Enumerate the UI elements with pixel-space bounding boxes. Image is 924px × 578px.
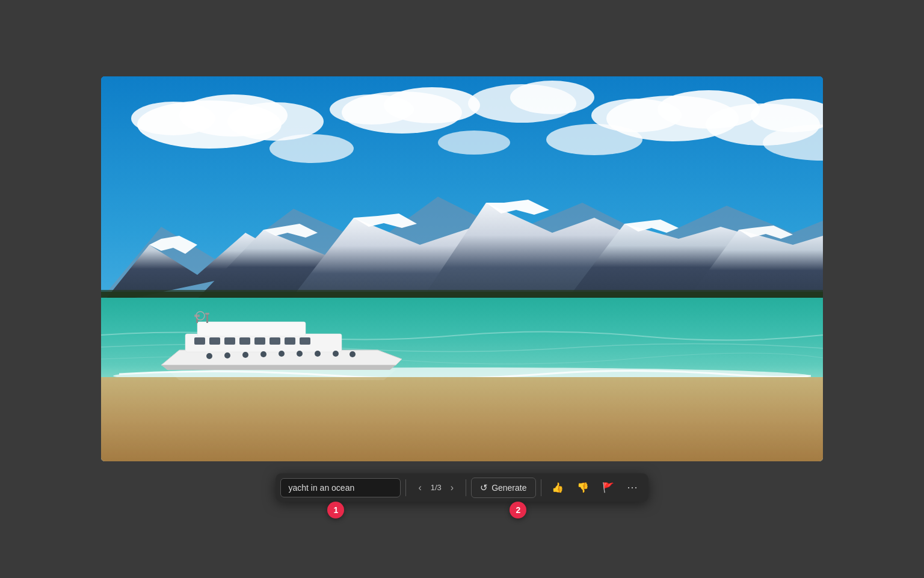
main-container: 1 ‹ 1/3 › ↺ Generate 2 👍 — [101, 76, 823, 502]
divider-1 — [405, 479, 406, 496]
next-button[interactable]: › — [446, 479, 458, 497]
svg-rect-43 — [224, 337, 235, 345]
svg-point-54 — [206, 353, 212, 359]
svg-point-61 — [333, 351, 339, 357]
svg-rect-49 — [196, 316, 198, 323]
svg-rect-45 — [254, 337, 265, 345]
svg-rect-50 — [194, 315, 200, 317]
generate-label: Generate — [491, 483, 526, 493]
chevron-right-icon: › — [451, 482, 454, 493]
divider-2 — [466, 479, 466, 496]
svg-rect-42 — [209, 337, 220, 345]
thumbs-up-button[interactable]: 👍 — [546, 478, 569, 497]
thumbs-up-icon: 👍 — [552, 482, 564, 493]
nav-group: ‹ 1/3 › — [411, 479, 461, 497]
generate-button[interactable]: ↺ Generate — [471, 478, 535, 498]
svg-rect-34 — [101, 298, 823, 382]
prompt-input[interactable] — [280, 478, 401, 497]
svg-rect-39 — [185, 334, 342, 352]
svg-point-55 — [224, 352, 230, 358]
more-button[interactable]: ··· — [622, 477, 644, 498]
svg-rect-40 — [197, 322, 306, 336]
svg-rect-46 — [270, 337, 280, 345]
svg-point-59 — [297, 351, 303, 357]
chevron-left-icon: ‹ — [418, 482, 421, 493]
badge-1: 1 — [327, 502, 344, 518]
refresh-icon: ↺ — [480, 482, 488, 493]
flag-icon: 🚩 — [602, 482, 614, 493]
svg-rect-48 — [300, 337, 310, 345]
toolbar: 1 ‹ 1/3 › ↺ Generate 2 👍 — [276, 473, 648, 502]
sky-layer — [101, 76, 823, 300]
svg-rect-38 — [101, 377, 823, 461]
svg-point-60 — [315, 351, 321, 357]
image-display — [101, 76, 823, 461]
thumbs-down-button[interactable]: 👎 — [571, 478, 594, 497]
flag-button[interactable]: 🚩 — [597, 478, 620, 497]
svg-rect-35 — [101, 298, 823, 382]
svg-rect-47 — [285, 337, 295, 345]
svg-point-62 — [350, 351, 356, 357]
svg-point-57 — [260, 351, 266, 357]
prev-button[interactable]: ‹ — [413, 479, 426, 497]
svg-rect-44 — [239, 337, 250, 345]
badge-2: 2 — [510, 502, 526, 518]
svg-rect-51 — [206, 314, 208, 323]
svg-rect-41 — [194, 337, 205, 345]
thumbs-down-icon: 👎 — [577, 482, 589, 493]
svg-rect-37 — [101, 377, 823, 461]
svg-point-36 — [113, 367, 811, 384]
svg-point-56 — [242, 352, 248, 358]
page-indicator: 1/3 — [428, 483, 445, 492]
divider-3 — [541, 479, 541, 496]
svg-point-58 — [279, 351, 285, 357]
svg-point-53 — [196, 312, 205, 320]
svg-rect-52 — [205, 313, 209, 315]
more-icon: ··· — [627, 481, 638, 494]
